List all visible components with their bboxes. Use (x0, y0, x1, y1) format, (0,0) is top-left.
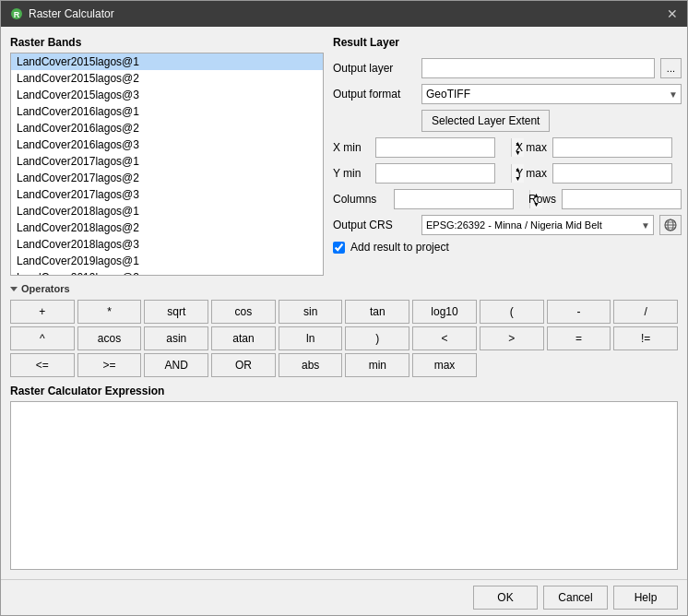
output-layer-row: Output layer ... (333, 58, 682, 78)
dialog-content: Raster Bands LandCover2015lagos@1LandCov… (1, 27, 687, 579)
operator-button[interactable]: OR (211, 353, 276, 377)
operator-button[interactable]: ( (480, 300, 544, 324)
operator-button[interactable]: <= (10, 353, 75, 377)
top-row: Raster Bands LandCover2015lagos@1LandCov… (10, 36, 678, 276)
xmax-spinbox: 211320.88595 ▲ ▼ (552, 137, 672, 158)
operator-button[interactable]: max (412, 353, 477, 377)
operators-title: Operators (21, 283, 70, 294)
output-format-label: Output format (333, 88, 416, 101)
band-list-item[interactable]: LandCover2016lagos@3 (11, 136, 323, 153)
x-coords-row: X min 29250.88595 ▲ ▼ X max 211320.88595… (333, 137, 682, 158)
operator-button[interactable]: min (345, 353, 409, 377)
title-bar-left: R Raster Calculator (10, 7, 114, 20)
operators-collapse-icon (10, 287, 18, 291)
operator-button[interactable]: sin (279, 300, 343, 324)
band-list-item[interactable]: LandCover2017lagos@1 (11, 153, 323, 170)
add-result-checkbox[interactable] (333, 242, 345, 254)
crs-label: Output CRS (333, 219, 416, 231)
svg-text:R: R (14, 10, 20, 19)
operator-button[interactable]: = (547, 326, 611, 350)
xmin-spinbox: 29250.88595 ▲ ▼ (375, 137, 495, 158)
output-format-row: Output format GeoTIFF ▼ (333, 84, 682, 104)
band-list-item[interactable]: LandCover2015lagos@3 (11, 87, 323, 103)
operator-button[interactable]: + (10, 300, 75, 324)
app-icon: R (10, 7, 23, 20)
ymin-input[interactable]: 263907.23522 (376, 166, 511, 181)
output-format-combo-wrapper: GeoTIFF ▼ (421, 84, 682, 104)
output-layer-label: Output layer (333, 62, 416, 75)
operator-button[interactable]: AND (144, 353, 208, 377)
xmin-label: X min (333, 141, 370, 154)
crs-combo-wrapper: EPSG:26392 - Minna / Nigeria Mid Belt ▼ (421, 215, 654, 235)
dialog-footer: OK Cancel Help (1, 579, 687, 615)
rows-label: Rows (519, 193, 556, 206)
xmin-input[interactable]: 29250.88595 (376, 140, 511, 155)
title-bar: R Raster Calculator ✕ (1, 1, 687, 27)
expression-section: Raster Calculator Expression (10, 385, 678, 570)
band-list-item[interactable]: LandCover2015lagos@1 (11, 53, 323, 70)
output-layer-input[interactable] (421, 58, 655, 78)
operators-section: Operators +*sqrtcossintanlog10(-/^acosas… (10, 283, 678, 377)
ok-button[interactable]: OK (473, 586, 538, 610)
operator-button[interactable]: atan (211, 326, 276, 350)
close-button[interactable]: ✕ (667, 6, 678, 21)
rows-spinbox: 1247 ▲ ▼ (562, 189, 682, 209)
columns-spinbox: 6069 ▲ ▼ (394, 189, 514, 209)
raster-bands-panel: Raster Bands LandCover2015lagos@1LandCov… (10, 36, 324, 276)
add-result-row: Add result to project (333, 241, 682, 254)
band-list-item[interactable]: LandCover2018lagos@1 (11, 203, 323, 219)
operator-button[interactable]: ) (345, 326, 409, 350)
band-list-item[interactable]: LandCover2019lagos@2 (11, 269, 323, 276)
operator-button[interactable]: acos (77, 326, 142, 350)
band-list-item[interactable]: LandCover2016lagos@1 (11, 103, 323, 120)
band-list-item[interactable]: LandCover2019lagos@1 (11, 253, 323, 269)
xmax-input[interactable]: 211320.88595 (553, 140, 687, 155)
xmax-label: X max (501, 141, 547, 154)
operator-button[interactable]: tan (345, 300, 409, 324)
operator-button[interactable]: >= (77, 353, 142, 377)
columns-input[interactable]: 6069 (395, 192, 529, 207)
operator-button[interactable]: asin (144, 326, 208, 350)
band-list[interactable]: LandCover2015lagos@1LandCover2015lagos@2… (10, 53, 324, 276)
raster-calculator-dialog: R Raster Calculator ✕ Raster Bands LandC… (0, 0, 688, 616)
browse-button[interactable]: ... (660, 58, 682, 78)
operator-button[interactable]: log10 (412, 300, 477, 324)
col-row-row: Columns 6069 ▲ ▼ Rows 1247 ▲ ▼ (333, 189, 682, 209)
operator-button[interactable]: / (613, 300, 678, 324)
columns-label: Columns (333, 193, 388, 206)
ymax-label: Y max (501, 167, 547, 180)
operator-button[interactable]: > (480, 326, 544, 350)
band-list-item[interactable]: LandCover2018lagos@3 (11, 236, 323, 253)
expression-textarea[interactable] (10, 401, 678, 570)
crs-row: Output CRS EPSG:26392 - Minna / Nigeria … (333, 215, 682, 235)
expression-title: Raster Calculator Expression (10, 385, 678, 397)
band-list-item[interactable]: LandCover2016lagos@2 (11, 120, 323, 136)
ymax-spinbox: 301317.23522 ▲ ▼ (552, 163, 672, 184)
ymax-input[interactable]: 301317.23522 (553, 166, 687, 181)
result-layer-title: Result Layer (333, 36, 682, 49)
operator-button[interactable]: cos (211, 300, 276, 324)
crs-select[interactable]: EPSG:26392 - Minna / Nigeria Mid Belt (421, 215, 654, 235)
operators-header[interactable]: Operators (10, 283, 678, 294)
output-format-select[interactable]: GeoTIFF (421, 84, 682, 104)
operator-button[interactable]: < (412, 326, 477, 350)
band-list-item[interactable]: LandCover2018lagos@2 (11, 219, 323, 236)
cancel-button[interactable]: Cancel (543, 586, 608, 610)
operator-button[interactable]: ^ (10, 326, 75, 350)
crs-globe-button[interactable] (659, 215, 682, 235)
add-result-label: Add result to project (350, 241, 449, 254)
band-list-item[interactable]: LandCover2017lagos@3 (11, 186, 323, 203)
operator-button[interactable]: != (613, 326, 678, 350)
result-layer-panel: Result Layer Output layer ... Output for… (333, 36, 682, 276)
rows-input[interactable]: 1247 (563, 192, 687, 207)
operator-button[interactable]: abs (279, 353, 343, 377)
extent-button[interactable]: Selected Layer Extent (421, 110, 550, 132)
operator-button[interactable]: sqrt (144, 300, 208, 324)
ymin-label: Y min (333, 167, 370, 180)
operator-button[interactable]: ln (279, 326, 343, 350)
operator-button[interactable]: - (547, 300, 611, 324)
operator-button[interactable]: * (77, 300, 142, 324)
band-list-item[interactable]: LandCover2017lagos@2 (11, 170, 323, 186)
band-list-item[interactable]: LandCover2015lagos@2 (11, 70, 323, 87)
help-button[interactable]: Help (613, 586, 678, 610)
